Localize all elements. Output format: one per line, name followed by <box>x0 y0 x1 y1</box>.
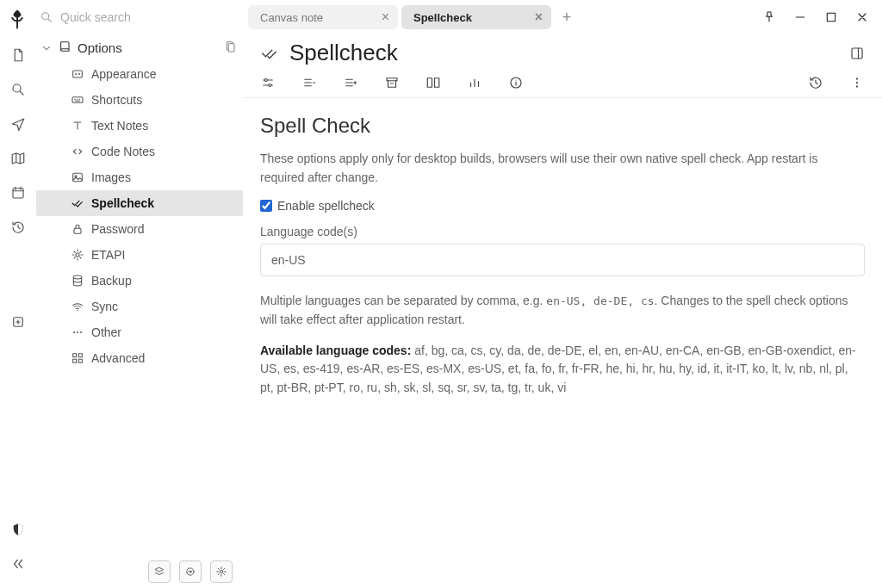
tab-canvas-note[interactable]: Canvas note × <box>248 5 398 29</box>
svg-rect-19 <box>73 354 77 357</box>
close-window-icon[interactable] <box>854 9 870 25</box>
target-icon[interactable] <box>179 560 202 583</box>
tree-item-label: Text Notes <box>91 119 148 133</box>
tree-item-label: Code Notes <box>91 145 155 158</box>
shield-icon[interactable] <box>1 512 35 547</box>
tree-item-label: Appearance <box>91 67 157 81</box>
tree-item-password[interactable]: Password <box>36 216 243 242</box>
window-controls <box>761 9 882 25</box>
more-icon[interactable] <box>849 75 865 90</box>
svg-rect-27 <box>852 48 862 59</box>
calendar-icon[interactable] <box>1 176 35 210</box>
tree-item-label: Password <box>91 222 144 236</box>
main-area: Canvas note × Spellcheck × + Spellcheck <box>243 0 882 588</box>
add-tab-button[interactable]: + <box>555 9 579 27</box>
svg-point-25 <box>220 570 223 573</box>
chevron-down-icon <box>40 42 53 54</box>
history-icon[interactable] <box>808 75 823 90</box>
page-title: Spellcheck <box>289 40 398 66</box>
tree-item-text-notes[interactable]: Text Notes <box>36 113 243 139</box>
intro-text: These options apply only for desktop bui… <box>260 150 865 187</box>
svg-rect-1 <box>13 189 23 198</box>
send-icon[interactable] <box>1 107 35 141</box>
pin-icon[interactable] <box>761 9 777 25</box>
database-icon <box>71 274 84 288</box>
tab-title: Canvas note <box>260 11 373 24</box>
svg-point-16 <box>73 331 75 333</box>
tree-item-etapi[interactable]: ETAPI <box>36 242 243 268</box>
svg-point-18 <box>80 331 82 333</box>
enable-spellcheck-input[interactable] <box>260 200 272 212</box>
tree-item-spellcheck[interactable]: Spellcheck <box>36 190 243 216</box>
section-heading: Spell Check <box>260 114 865 138</box>
tree-item-advanced[interactable]: Advanced <box>36 345 243 371</box>
svg-point-14 <box>73 275 81 279</box>
image-icon <box>71 170 84 184</box>
tree-item-backup[interactable]: Backup <box>36 268 243 294</box>
language-codes-input[interactable] <box>260 244 865 276</box>
svg-point-8 <box>78 73 80 75</box>
tree-item-label: ETAPI <box>91 248 125 262</box>
book-open-icon[interactable] <box>425 75 441 90</box>
svg-point-3 <box>42 13 49 20</box>
layers-icon[interactable] <box>148 560 171 583</box>
search-input[interactable] <box>60 10 234 24</box>
palette-icon <box>71 67 84 81</box>
svg-point-17 <box>77 331 78 333</box>
svg-point-11 <box>75 176 77 177</box>
tab-bar: Canvas note × Spellcheck × + <box>243 0 882 34</box>
new-note-icon[interactable] <box>1 38 35 72</box>
create-child-note-icon[interactable] <box>224 40 243 56</box>
close-icon[interactable]: × <box>382 10 389 24</box>
svg-rect-6 <box>73 71 83 77</box>
list-plus-icon[interactable] <box>343 75 358 90</box>
quick-search[interactable] <box>36 5 243 29</box>
chart-icon[interactable] <box>467 75 482 90</box>
tab-spellcheck[interactable]: Spellcheck × <box>401 5 551 29</box>
tab-title: Spellcheck <box>413 11 526 24</box>
code-icon <box>71 145 84 158</box>
language-codes-label: Language code(s) <box>260 225 865 238</box>
svg-rect-21 <box>73 359 77 362</box>
svg-point-29 <box>269 84 271 87</box>
gear-icon[interactable] <box>210 560 233 583</box>
svg-point-32 <box>856 77 858 79</box>
title-row: Spellcheck <box>243 34 882 66</box>
close-icon[interactable]: × <box>535 10 543 24</box>
tree-parent-options[interactable]: Options <box>36 34 224 61</box>
svg-point-23 <box>187 568 194 575</box>
enable-spellcheck-checkbox[interactable]: Enable spellcheck <box>260 199 865 213</box>
svg-rect-5 <box>228 44 234 52</box>
svg-point-24 <box>189 571 191 573</box>
list-minus-icon[interactable] <box>301 75 317 90</box>
maximize-icon[interactable] <box>823 9 839 25</box>
tree-item-images[interactable]: Images <box>36 164 243 190</box>
sliders-icon[interactable] <box>260 75 276 90</box>
archive-icon[interactable] <box>384 75 400 90</box>
search-icon[interactable] <box>1 72 35 107</box>
enable-spellcheck-label: Enable spellcheck <box>277 199 375 213</box>
tree-children: Appearance Shortcuts Text Notes Code Not… <box>36 61 243 371</box>
map-icon[interactable] <box>1 141 35 176</box>
svg-point-34 <box>856 85 858 87</box>
text-icon <box>71 119 84 133</box>
info-icon[interactable] <box>508 75 524 90</box>
tree-item-shortcuts[interactable]: Shortcuts <box>36 87 243 113</box>
history-icon[interactable] <box>1 210 35 244</box>
plugins-icon[interactable] <box>1 305 35 339</box>
svg-rect-20 <box>78 354 82 357</box>
tree-item-sync[interactable]: Sync <box>36 294 243 319</box>
available-codes: Available language codes: af, bg, ca, cs… <box>260 342 865 398</box>
tree-item-code-notes[interactable]: Code Notes <box>36 139 243 164</box>
svg-point-13 <box>76 253 79 257</box>
minimize-icon[interactable] <box>792 9 808 25</box>
svg-point-33 <box>856 82 858 84</box>
content: Spell Check These options apply only for… <box>243 98 882 425</box>
tree-item-other[interactable]: Other <box>36 319 243 345</box>
wifi-icon <box>71 300 84 313</box>
collapse-sidebar-icon[interactable] <box>1 547 35 581</box>
tree-item-appearance[interactable]: Appearance <box>36 61 243 87</box>
tree-item-label: Images <box>91 170 131 184</box>
split-view-icon[interactable] <box>849 46 865 61</box>
note-toolbar <box>243 66 882 98</box>
